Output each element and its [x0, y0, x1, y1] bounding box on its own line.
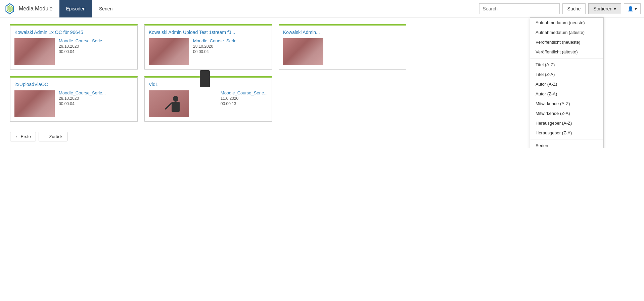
- sort-option-titel-az[interactable]: Titel (A-Z): [530, 60, 603, 70]
- logo-icon: [3, 2, 16, 15]
- card-body: [283, 38, 402, 65]
- sort-button[interactable]: Sortieren ▾: [588, 3, 621, 14]
- sort-option-aufnahmedatum-aelteste[interactable]: Aufnahmedatum (älteste): [530, 28, 603, 37]
- card-item[interactable]: Kowalski Admin...: [279, 24, 406, 70]
- sort-option-veroeffentlicht-neueste[interactable]: Veröffentlicht (neueste): [530, 37, 603, 47]
- card-meta: Moodle_Course_Serie... 28.10.2020 00:00:…: [193, 38, 240, 54]
- card-item[interactable]: Kowalski Admin 1x OC für 96645 Moodle_Co…: [10, 24, 138, 70]
- tab-episoden[interactable]: Episoden: [59, 0, 92, 17]
- card-duration: 00:00:04: [59, 49, 106, 54]
- card-title: Kowalski Admin...: [283, 30, 402, 35]
- card-date: 29.10.2020: [59, 44, 106, 49]
- card-date: 28.10.2020: [59, 96, 106, 101]
- search-button[interactable]: Suche: [562, 3, 586, 14]
- sort-option-autor-za[interactable]: Autor (Z-A): [530, 89, 603, 99]
- card-date: 28.10.2020: [193, 44, 240, 49]
- dropdown-divider-1: [530, 58, 603, 58]
- sort-option-autor-az[interactable]: Autor (A-Z): [530, 79, 603, 89]
- card-body: Moodle_Course_Serie... 29.10.2020 00:00:…: [14, 38, 133, 65]
- nav-tabs: Episoden Serien: [59, 0, 120, 17]
- card-series: Moodle_Course_Serie...: [193, 38, 240, 43]
- card-item[interactable]: Kowalski Admin Upload Test 1stream fü...…: [144, 24, 272, 70]
- card-body: Moodle_Course_Serie... 11.6.2020 00:00:1…: [149, 90, 268, 106]
- card-body: Moodle_Course_Serie... 28.10.2020 00:00:…: [14, 90, 133, 117]
- card-thumbnail: [149, 38, 189, 65]
- chevron-down-icon: ▾: [614, 6, 616, 11]
- card-title: Kowalski Admin Upload Test 1stream fü...: [149, 30, 268, 35]
- logo-title: Media Module: [19, 6, 53, 12]
- card-duration: 00:00:04: [193, 49, 240, 54]
- user-icon: 👤: [628, 6, 633, 11]
- header: Media Module Episoden Serien Suche Sorti…: [0, 0, 644, 17]
- card-thumbnail: [14, 38, 55, 65]
- card-meta: Moodle_Course_Serie... 28.10.2020 00:00:…: [59, 90, 106, 106]
- back-page-button[interactable]: ← Zurück: [39, 132, 67, 141]
- sort-option-mitwirkende-az[interactable]: Mitwirkende (A-Z): [530, 99, 603, 109]
- svg-rect-6: [172, 102, 180, 112]
- card-meta: Moodle_Course_Serie... 11.6.2020 00:00:1…: [221, 90, 268, 106]
- sort-option-mitwirkende-za[interactable]: Mitwirkende (Z-A): [530, 109, 603, 118]
- card-duration: 00:00:13: [221, 101, 268, 106]
- sort-option-herausgeber-az[interactable]: Herausgeber (A-Z): [530, 118, 603, 128]
- card-thumbnail: [14, 90, 55, 117]
- chevron-down-icon: ▾: [635, 6, 637, 11]
- user-menu[interactable]: 👤 ▾: [624, 3, 641, 14]
- card-body: Moodle_Course_Serie... 28.10.2020 00:00:…: [149, 38, 268, 65]
- card-title: 2xUploadViaOC: [14, 82, 133, 87]
- card-item[interactable]: Vid1: [144, 76, 272, 122]
- card-meta: Moodle_Course_Serie... 29.10.2020 00:00:…: [59, 38, 106, 54]
- svg-rect-4: [149, 90, 189, 117]
- dropdown-divider-2: [530, 139, 603, 139]
- card-title: Kowalski Admin 1x OC für 96645: [14, 30, 133, 35]
- card-series: Moodle_Course_Serie...: [59, 38, 106, 43]
- card-date: 11.6.2020: [221, 96, 268, 101]
- first-page-button[interactable]: ← Erste: [10, 132, 36, 141]
- search-input[interactable]: [479, 3, 560, 14]
- tab-serien[interactable]: Serien: [92, 0, 119, 17]
- card-item[interactable]: 2xUploadViaOC Moodle_Course_Serie... 28.…: [10, 76, 138, 122]
- header-right: Suche Sortieren ▾ 👤 ▾: [479, 3, 641, 14]
- card-duration: 00:00:04: [59, 101, 106, 106]
- logo: Media Module: [3, 2, 53, 15]
- card-series: Moodle_Course_Serie...: [221, 90, 268, 95]
- sort-option-veroeffentlicht-aelteste[interactable]: Veröffentlicht (älteste): [530, 47, 603, 57]
- sort-option-serien[interactable]: Serien: [530, 141, 603, 148]
- svg-point-5: [173, 96, 178, 102]
- card-series: Moodle_Course_Serie...: [59, 90, 106, 95]
- svg-marker-2: [8, 6, 11, 11]
- sort-option-titel-za[interactable]: Titel (Z-A): [530, 70, 603, 79]
- sort-option-aufnahmedatum-neuste[interactable]: Aufnahmedatum (neuste): [530, 18, 603, 28]
- sort-dropdown: Aufnahmedatum (neuste) Aufnahmedatum (äl…: [530, 17, 604, 148]
- card-thumbnail: [283, 38, 323, 65]
- sort-option-herausgeber-za[interactable]: Herausgeber (Z-A): [530, 128, 603, 138]
